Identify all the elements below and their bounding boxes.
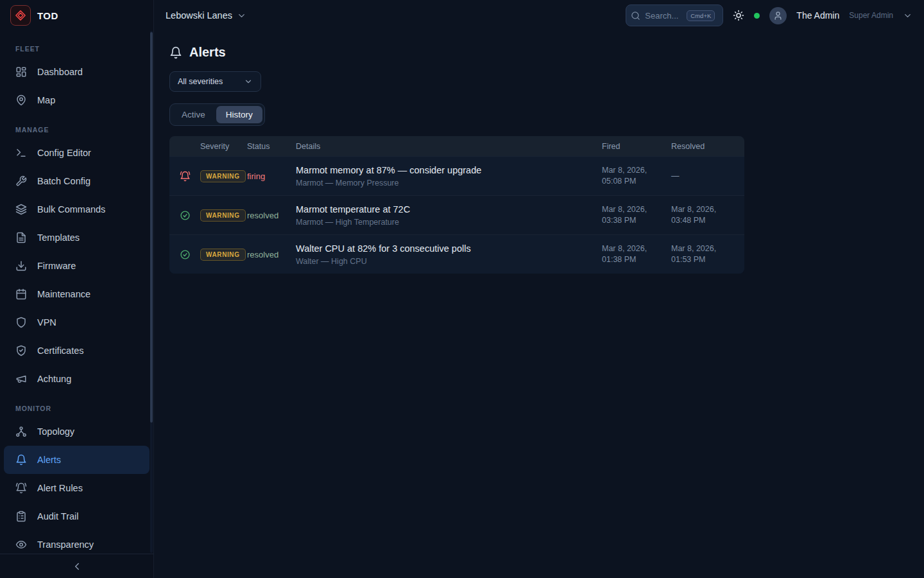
alert-subtitle: Marmot — High Temperature <box>296 218 592 227</box>
chevron-down-icon <box>244 77 253 86</box>
bell-ring-icon <box>180 171 191 182</box>
sidebar-item-batch-config[interactable]: Batch Config <box>4 167 150 195</box>
severity-filter-select[interactable]: All severities <box>169 71 261 92</box>
layout-dashboard-icon <box>15 66 27 78</box>
sidebar-scrollbar[interactable] <box>150 31 153 553</box>
alert-title: Walter CPU at 82% for 3 consecutive poll… <box>296 243 592 254</box>
check-circle-icon <box>180 249 191 260</box>
sidebar-item-maintenance[interactable]: Maintenance <box>4 280 150 308</box>
severity-badge: WARNING <box>200 209 246 222</box>
sidebar-item-label: Batch Config <box>37 176 90 186</box>
sidebar-item-label: Map <box>37 95 55 105</box>
download-icon <box>15 260 27 272</box>
column-header: Status <box>247 142 296 151</box>
alert-subtitle: Walter — High CPU <box>296 257 592 266</box>
sidebar-item-map[interactable]: Map <box>4 86 150 114</box>
sidebar-item-label: Certificates <box>37 346 84 356</box>
sidebar-item-achtung[interactable]: Achtung <box>4 365 150 393</box>
clipboard-list-icon <box>15 511 27 522</box>
resolved-time: Mar 8, 2026, 01:53 PM <box>671 243 744 265</box>
calendar-icon <box>15 288 27 300</box>
sidebar-scrollbar-thumb[interactable] <box>150 32 153 423</box>
sidebar-item-certificates[interactable]: Certificates <box>4 337 150 365</box>
alert-title: Marmot memory at 87% — consider upgrade <box>296 165 592 175</box>
network-icon <box>15 426 27 437</box>
alert-title: Marmot temperature at 72C <box>296 204 592 215</box>
fired-time: Mar 8, 2026, 05:08 PM <box>602 165 671 187</box>
column-header: Severity <box>200 142 247 151</box>
sidebar-item-dashboard[interactable]: Dashboard <box>4 58 150 86</box>
user-icon <box>773 11 783 21</box>
alerts-table: SeverityStatusDetailsFiredResolved WARNI… <box>169 136 744 274</box>
resolved-time: — <box>671 171 744 182</box>
sidebar-item-bulk-commands[interactable]: Bulk Commands <box>4 195 150 223</box>
tabs: Active History <box>169 103 265 126</box>
severity-badge: WARNING <box>200 249 246 261</box>
table-body: WARNINGfiringMarmot memory at 87% — cons… <box>169 156 744 274</box>
severity-badge: WARNING <box>200 170 246 182</box>
wrench-icon <box>15 175 27 187</box>
shield-check-icon <box>15 345 27 356</box>
brand-name: TOD <box>37 10 58 21</box>
search-box[interactable]: Cmd+K <box>626 4 723 26</box>
check-circle-icon <box>180 210 191 221</box>
page-content: Alerts All severities Active History Sev… <box>154 31 924 288</box>
column-header: Details <box>296 142 602 151</box>
sidebar-item-firmware[interactable]: Firmware <box>4 252 150 280</box>
sidebar-item-label: Firmware <box>37 261 76 271</box>
tab-active[interactable]: Active <box>172 106 215 123</box>
status-text: resolved <box>247 250 296 259</box>
search-shortcut-badge: Cmd+K <box>687 10 715 21</box>
alert-row[interactable]: WARNINGresolvedMarmot temperature at 72C… <box>169 195 744 234</box>
column-header: Fired <box>602 142 671 151</box>
sidebar-item-vpn[interactable]: VPN <box>4 308 150 337</box>
page-header: Alerts <box>169 45 909 60</box>
sidebar-item-label: VPN <box>37 317 56 328</box>
bell-icon <box>169 46 182 59</box>
sun-icon[interactable] <box>733 10 744 21</box>
nav-section-label: MANAGE <box>0 114 153 139</box>
sidebar-item-alert-rules[interactable]: Alert Rules <box>4 474 150 502</box>
sidebar: TOD FLEETDashboardMapMANAGEConfig Editor… <box>0 0 154 578</box>
alert-row[interactable]: WARNINGresolvedWalter CPU at 82% for 3 c… <box>169 234 744 274</box>
search-input[interactable] <box>645 11 682 21</box>
sidebar-item-label: Alerts <box>37 455 61 465</box>
nav-section-label: FLEET <box>0 33 153 58</box>
chevron-down-icon <box>237 11 246 21</box>
brand: TOD <box>0 0 153 31</box>
sidebar-item-alerts[interactable]: Alerts <box>4 446 150 474</box>
sidebar-item-label: Transparency <box>37 539 94 550</box>
status-text: resolved <box>247 211 296 220</box>
bell-ring-icon <box>15 482 27 494</box>
gem-icon <box>15 10 26 21</box>
topbar: Lebowski Lanes Cmd+K The Admin Super Adm… <box>154 0 924 31</box>
tab-history[interactable]: History <box>216 106 262 123</box>
sidebar-footer <box>0 554 153 578</box>
table-header: SeverityStatusDetailsFiredResolved <box>169 136 744 156</box>
layers-icon <box>15 204 27 215</box>
bell-icon <box>15 454 27 466</box>
severity-filter-value: All severities <box>178 77 223 86</box>
avatar[interactable] <box>769 7 787 24</box>
sidebar-item-templates[interactable]: Templates <box>4 223 150 252</box>
org-name: Lebowski Lanes <box>166 10 232 21</box>
alert-row[interactable]: WARNINGfiringMarmot memory at 87% — cons… <box>169 156 744 195</box>
sidebar-item-transparency[interactable]: Transparency <box>4 530 150 554</box>
shield-icon <box>15 317 27 328</box>
sidebar-item-label: Config Editor <box>37 148 91 158</box>
status-dot <box>754 13 760 19</box>
user-role: Super Admin <box>849 11 893 20</box>
sidebar-item-label: Bulk Commands <box>37 204 105 215</box>
sidebar-item-config-editor[interactable]: Config Editor <box>4 139 150 167</box>
sidebar-item-topology[interactable]: Topology <box>4 417 150 446</box>
chevron-down-icon[interactable] <box>903 11 912 21</box>
chevron-left-icon[interactable] <box>71 561 83 572</box>
nav-section-label: MONITOR <box>0 393 153 417</box>
org-switcher[interactable]: Lebowski Lanes <box>166 10 246 21</box>
eye-icon <box>15 539 27 550</box>
fired-time: Mar 8, 2026, 03:38 PM <box>602 204 671 226</box>
page-title: Alerts <box>189 45 226 60</box>
sidebar-nav: FLEETDashboardMapMANAGEConfig EditorBatc… <box>0 31 153 554</box>
user-name: The Admin <box>796 10 839 21</box>
sidebar-item-audit-trail[interactable]: Audit Trail <box>4 502 150 530</box>
